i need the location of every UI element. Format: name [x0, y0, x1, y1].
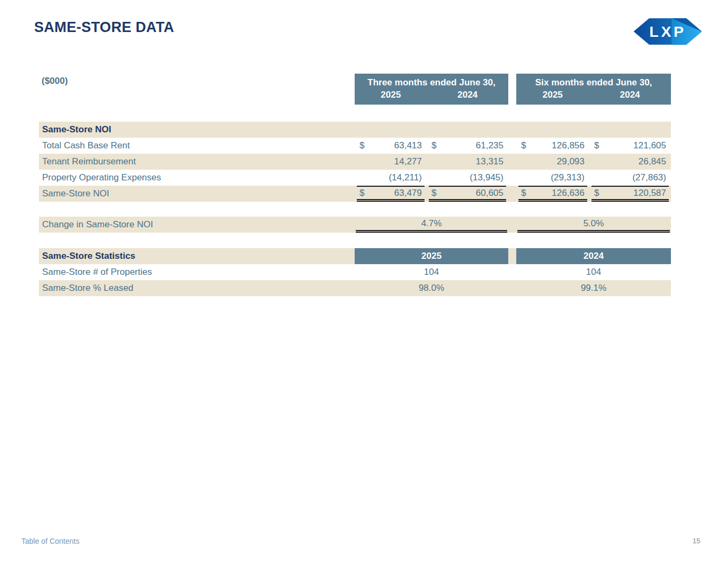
- cell-6mo-2024: (27,863): [589, 170, 671, 186]
- cell-3mo-2024: $61,235: [427, 138, 508, 154]
- header-three-months: Three months ended June 30, 2025 2024: [355, 74, 508, 105]
- change-6mo-value: 5.0%: [517, 217, 670, 233]
- dollar-sign: $: [431, 140, 436, 151]
- table-row: Same-Store # of Properties 104 104: [39, 264, 671, 280]
- slide-canvas: SAME-STORE DATA LXP ($000): [0, 0, 728, 563]
- change-row: Change in Same-Store NOI 4.7% 5.0%: [39, 217, 671, 233]
- cell-6mo-2024: $120,587: [591, 186, 669, 202]
- table-of-contents-link[interactable]: Table of Contents: [21, 537, 79, 545]
- cell-value: 13,315: [476, 156, 503, 167]
- cell-value: 29,093: [557, 156, 585, 167]
- noi-section: Same-Store NOI Total Cash Base Rent $63,…: [39, 122, 671, 202]
- noi-section-header: Same-Store NOI: [39, 124, 355, 135]
- dollar-sign: $: [359, 140, 364, 151]
- cell-6mo-2025: 29,093: [516, 154, 589, 170]
- header-six-months: Six months ended June 30, 2025 2024: [516, 74, 671, 105]
- cell-3mo-2024: (13,945): [427, 170, 508, 186]
- same-store-table: Three months ended June 30, 2025 2024 Si…: [39, 74, 671, 296]
- cell-3mo-2025: 14,277: [355, 154, 427, 170]
- cell-3mo-2025: (14,211): [355, 170, 427, 186]
- header-six-months-year-2025: 2025: [516, 89, 589, 101]
- cell-value: 60,605: [476, 188, 503, 199]
- stats-section-header: Same-Store Statistics: [39, 251, 355, 261]
- lxp-logo-text: LXP: [650, 23, 686, 40]
- cell-3mo-2024: 13,315: [427, 154, 508, 170]
- cell-value: 120,587: [634, 188, 666, 199]
- cell-3mo-2025: $63,413: [355, 138, 427, 154]
- cell-6mo-2024: 26,845: [589, 154, 671, 170]
- stats-2024-value: 104: [516, 264, 671, 280]
- cell-value: 14,277: [394, 156, 422, 167]
- stats-2024-value: 99.1%: [516, 280, 671, 296]
- cell-value: (14,211): [389, 172, 422, 183]
- lxp-logo-icon: LXP: [634, 15, 702, 48]
- cell-value: (27,863): [633, 172, 666, 183]
- dollar-sign: $: [431, 188, 436, 199]
- page-title: SAME-STORE DATA: [34, 19, 174, 36]
- stats-section: Same-Store Statistics 2025 2024 Same-Sto…: [39, 248, 671, 296]
- cell-6mo-2025: $126,636: [518, 186, 587, 202]
- change-3mo-value: 4.7%: [356, 217, 507, 233]
- stats-header-row: Same-Store Statistics 2025 2024: [39, 248, 671, 264]
- header-three-months-year-2025: 2025: [355, 89, 427, 101]
- table-row: Tenant Reimbursement 14,277 13,315 29,09…: [39, 154, 671, 170]
- header-six-months-title: Six months ended June 30,: [516, 77, 671, 88]
- row-label: Same-Store % Leased: [39, 283, 355, 294]
- row-label: Property Operating Expenses: [39, 172, 355, 183]
- cell-value: (13,945): [470, 172, 503, 183]
- stats-year-bar-2025: 2025: [355, 248, 508, 264]
- stats-2025-value: 98.0%: [355, 280, 508, 296]
- table-row-total: Same-Store NOI $63,479 $60,605 $126,636 …: [39, 186, 671, 202]
- lxp-logo: LXP: [634, 15, 702, 48]
- row-label: Same-Store NOI: [39, 188, 355, 199]
- row-label: Tenant Reimbursement: [39, 156, 355, 167]
- dollar-sign: $: [594, 140, 599, 151]
- cell-value: 63,413: [394, 140, 422, 151]
- cell-3mo-2024: $60,605: [429, 186, 506, 202]
- cell-6mo-2024: $121,605: [589, 138, 671, 154]
- table-row: Same-Store % Leased 98.0% 99.1%: [39, 280, 671, 296]
- cell-value: 63,479: [394, 188, 422, 199]
- cell-value: 126,856: [552, 140, 585, 151]
- table-header-row: Three months ended June 30, 2025 2024 Si…: [39, 74, 671, 105]
- cell-value: 26,845: [638, 156, 666, 167]
- page-number: 15: [693, 537, 700, 545]
- cell-value: 126,636: [552, 188, 585, 199]
- dollar-sign: $: [359, 188, 364, 199]
- dollar-sign: $: [594, 188, 599, 199]
- cell-value: 121,605: [634, 140, 666, 151]
- dollar-sign: $: [521, 188, 526, 199]
- row-label: Total Cash Base Rent: [39, 140, 355, 151]
- table-row: Property Operating Expenses (14,211) (13…: [39, 170, 671, 186]
- cell-6mo-2025: (29,313): [516, 170, 589, 186]
- cell-value: 61,235: [476, 140, 503, 151]
- header-six-months-year-2024: 2024: [589, 89, 671, 101]
- dollar-sign: $: [521, 140, 526, 151]
- cell-3mo-2025: $63,479: [357, 186, 425, 202]
- table-row: Total Cash Base Rent $63,413 $61,235 $12…: [39, 138, 671, 154]
- header-three-months-year-2024: 2024: [427, 89, 508, 101]
- row-label: Change in Same-Store NOI: [39, 219, 355, 230]
- stats-year-bar-2024: 2024: [516, 248, 671, 264]
- cell-6mo-2025: $126,856: [516, 138, 589, 154]
- row-label: Same-Store # of Properties: [39, 267, 355, 277]
- stats-2025-value: 104: [355, 264, 508, 280]
- header-three-months-title: Three months ended June 30,: [355, 77, 508, 88]
- cell-value: (29,313): [551, 172, 585, 183]
- noi-section-header-row: Same-Store NOI: [39, 122, 671, 138]
